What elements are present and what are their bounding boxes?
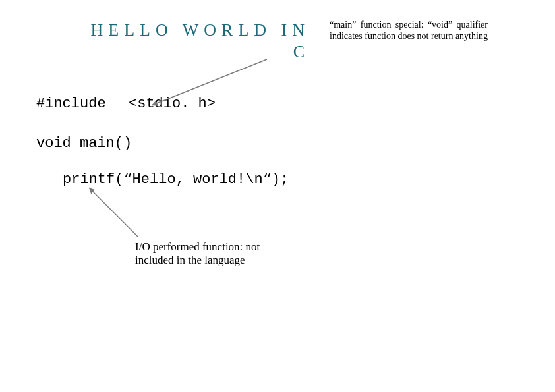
- code-include-directive: #include: [36, 96, 106, 112]
- annotation-io-function: I/O performed function: not included in …: [135, 240, 300, 267]
- annotation-main-function: “main” function special: “void” qualifie…: [330, 20, 488, 42]
- code-include-header: <stdio. h>: [129, 96, 216, 112]
- slide-title: HELLO WORLD IN C: [79, 20, 310, 63]
- code-printf-line: printf(“Hello, world!\n“);: [63, 171, 289, 188]
- slide: HELLO WORLD IN C “main” function special…: [0, 0, 555, 392]
- code-void-main: void main(): [36, 135, 132, 152]
- arrow-to-printf-icon: [89, 188, 138, 237]
